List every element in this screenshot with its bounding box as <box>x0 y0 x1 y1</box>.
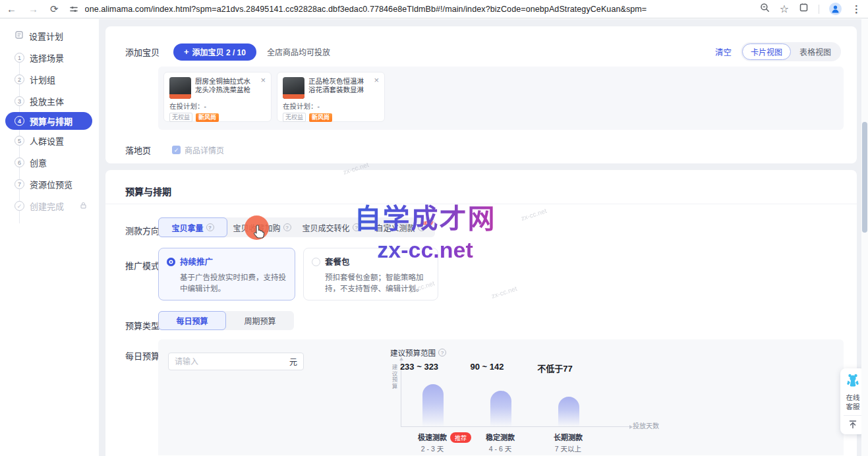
table-view-tab[interactable]: 表格视图 <box>791 43 840 60</box>
info-icon[interactable]: ? <box>283 223 291 231</box>
sidebar-item-plan-settings[interactable]: 设置计划 <box>0 25 99 47</box>
reload-icon[interactable]: ⟳ <box>50 4 59 14</box>
sidebar-item-label: 预算与排期 <box>30 115 72 127</box>
mode-title: 持续推广 <box>180 255 213 268</box>
info-icon[interactable]: ? <box>206 223 214 231</box>
bookmark-star-icon[interactable]: ☆ <box>780 3 789 15</box>
sidebar-item-audience[interactable]: 5 人群设置 <box>0 130 99 152</box>
back-to-top-icon[interactable] <box>848 420 857 431</box>
mode-title: 套餐包 <box>325 255 350 268</box>
direction-option-volume[interactable]: 宝贝拿量 ? <box>158 217 227 237</box>
bar-value-label: 90 ~ 142 <box>451 362 523 372</box>
daily-budget-label: 每日预算 <box>125 349 159 362</box>
chart-bar <box>490 391 511 426</box>
budget-type-daily[interactable]: 每日预算 <box>158 311 226 330</box>
step-sidebar: 设置计划 1 选择场景 2 计划组 3 投放主体 4 预算与排期 5 人群设置 <box>0 19 99 456</box>
budget-type-period[interactable]: 周期预算 <box>226 311 294 330</box>
section-title: 预算与排期 <box>125 185 171 198</box>
no-rights-badge: 无权益 <box>283 113 306 122</box>
mode-card-package[interactable]: 套餐包 预扣套餐包金额；智能策略加持，不支持暂停、编辑计划。 <box>303 248 438 300</box>
info-icon[interactable]: ? <box>438 349 446 356</box>
mode-card-continuous[interactable]: 持续推广 基于广告投放实时扣费，支持投中编辑计划。 <box>158 248 295 300</box>
product-title: 厨房全铜抽拉式水龙头冷热洗菜盆枪灰色水... <box>195 77 256 95</box>
info-icon[interactable]: ? <box>353 223 361 231</box>
browser-toolbar: ← → ⟳ one.alimama.com/index.html?spm=a21… <box>0 0 868 18</box>
step-number: 6 <box>14 157 24 167</box>
chart-category: 极速测款 2 - 3 天 推荐 <box>396 432 469 453</box>
scrollbar-track[interactable] <box>861 19 868 456</box>
chart-category: 稳定测款 4 - 6 天 <box>464 432 536 453</box>
selected-products-panel: 厨房全铜抽拉式水龙头冷热洗菜盆枪灰色水... × 在投计划：- 无权益 新风尚 … <box>158 67 844 130</box>
view-switcher: 卡片视图 表格视图 <box>741 42 841 61</box>
new-badge: NEW <box>420 220 433 226</box>
step-number: 1 <box>14 53 24 63</box>
zoom-icon[interactable] <box>760 3 770 15</box>
test-direction-label: 测款方向 <box>125 224 159 237</box>
chart-bar <box>422 384 444 426</box>
suggested-budget-chart: 建议预算范围 ? 建议预算 233 ~ 323 90 ~ 142 不低于77 投 <box>388 346 651 455</box>
test-direction-segment: 宝贝拿量 ? 宝贝收藏加购 ? 宝贝成交转化 ? 自定义测款 ? NEW <box>158 217 435 237</box>
product-image <box>169 77 191 99</box>
scrollbar-thumb[interactable] <box>862 122 867 233</box>
chart-bar <box>558 397 579 426</box>
daily-budget-input[interactable] <box>175 357 289 366</box>
add-item-button[interactable]: + 添加宝贝 2 / 10 <box>173 43 256 61</box>
landing-checkbox[interactable]: ✓ <box>172 146 181 154</box>
direction-option-conversion[interactable]: 宝贝成交转化 ? <box>297 217 366 237</box>
new-trend-badge: 新风尚 <box>309 113 332 122</box>
forward-icon[interactable]: → <box>28 4 38 14</box>
sidebar-item-plan-group[interactable]: 2 计划组 <box>0 69 99 90</box>
card-view-tab[interactable]: 卡片视图 <box>742 43 791 60</box>
sidebar-item-complete: ✓ 创建完成 <box>0 195 99 217</box>
site-info-icon[interactable] <box>69 5 78 14</box>
landing-option-label: 商品详情页 <box>185 144 224 156</box>
daily-budget-panel: 元 建议预算范围 ? 建议预算 233 <box>158 339 844 455</box>
mascot-icon <box>844 380 861 391</box>
add-items-card: 添加宝贝 + 添加宝贝 2 / 10 全店商品均可投放 清空 卡片视图 表格视图… <box>105 26 857 163</box>
new-trend-badge: 新风尚 <box>196 113 219 122</box>
menu-icon[interactable]: ⋮ <box>852 3 861 15</box>
chart-title: 建议预算范围 <box>390 347 436 358</box>
toolbar-divider <box>819 5 819 14</box>
sidebar-item-creative[interactable]: 6 创意 <box>0 152 99 173</box>
back-icon[interactable]: ← <box>7 4 16 14</box>
mode-description: 预扣套餐包金额；智能策略加持，不支持暂停、编辑计划。 <box>325 272 438 294</box>
section-divider <box>105 204 857 204</box>
sidebar-item-subject[interactable]: 3 投放主体 <box>0 90 99 112</box>
sidebar-item-label: 人群设置 <box>30 134 64 147</box>
sidebar-item-budget-schedule[interactable]: 4 预算与排期 <box>5 112 92 130</box>
plus-icon: + <box>184 47 189 57</box>
product-card[interactable]: 正品枪灰色恒温淋浴花洒套装数显淋雨浴全... × 在投计划：- 无权益 新风尚 <box>277 72 385 122</box>
budget-type-label: 预算类型 <box>125 319 159 331</box>
sidebar-item-label: 创意 <box>30 156 47 169</box>
step-number: 4 <box>14 116 24 126</box>
remove-product-icon[interactable]: × <box>374 77 379 99</box>
profile-avatar[interactable] <box>829 3 842 15</box>
daily-budget-input-wrap: 元 <box>168 353 304 370</box>
product-plan-status: 在投计划：- <box>169 101 266 111</box>
clear-all-link[interactable]: 清空 <box>715 45 732 58</box>
direction-option-favorite-cart[interactable]: 宝贝收藏加购 ? <box>227 217 297 237</box>
screenshot-root: ← → ⟳ one.alimama.com/index.html?spm=a21… <box>0 0 868 456</box>
step-number: 7 <box>14 179 24 189</box>
product-title: 正品枪灰色恒温淋浴花洒套装数显淋雨浴全... <box>308 77 370 95</box>
bar-value-label: 不低于77 <box>519 362 591 374</box>
sidebar-item-placement-preview[interactable]: 7 资源位预览 <box>0 173 99 195</box>
address-bar[interactable]: one.alimama.com/index.html?spm=a21dvs.28… <box>85 5 753 14</box>
plan-settings-icon <box>14 30 24 42</box>
budget-schedule-card: 预算与排期 测款方向 宝贝拿量 ? 宝贝收藏加购 ? 宝贝成交转化 ? 自定义测… <box>105 170 857 456</box>
app-canvas: 设置计划 1 选择场景 2 计划组 3 投放主体 4 预算与排期 5 人群设置 <box>0 19 868 456</box>
product-card[interactable]: 厨房全铜抽拉式水龙头冷热洗菜盆枪灰色水... × 在投计划：- 无权益 新风尚 <box>163 72 272 122</box>
chart-category: 长期测款 7 天以上 <box>532 432 604 453</box>
remove-product-icon[interactable]: × <box>260 77 266 99</box>
no-rights-badge: 无权益 <box>169 113 192 122</box>
step-number: 2 <box>14 74 24 84</box>
radio-unselected-icon[interactable] <box>312 258 320 266</box>
step-number: 3 <box>14 96 24 106</box>
radio-selected-icon[interactable] <box>167 258 175 266</box>
direction-option-custom[interactable]: 自定义测款 ? NEW <box>366 217 435 237</box>
extensions-icon[interactable] <box>799 3 809 15</box>
sidebar-item-scene[interactable]: 1 选择场景 <box>0 47 99 69</box>
sidebar-item-label: 资源位预览 <box>30 178 72 190</box>
currency-unit: 元 <box>289 356 297 367</box>
